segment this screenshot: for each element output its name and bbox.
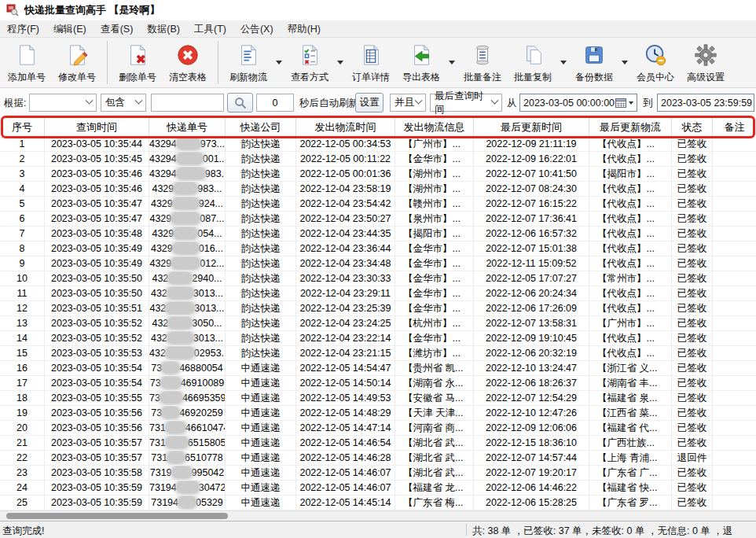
- cell-company: 韵达快递: [226, 331, 296, 346]
- dropdown-arrow-icon[interactable]: [446, 38, 457, 87]
- dropdown-arrow-icon[interactable]: [335, 38, 346, 87]
- table-row[interactable]: 122023-03-05 10:35:514323013...韵达快递2022-…: [0, 301, 756, 316]
- menu-item-7[interactable]: 帮助(H): [281, 20, 328, 38]
- toolbar-button-12[interactable]: 会员中心: [630, 38, 681, 87]
- menu-item-4[interactable]: 数据(B): [140, 20, 187, 38]
- to-date-input[interactable]: 2023-03-05 23:59:59: [657, 94, 754, 112]
- menu-item-3[interactable]: 查看(S): [94, 20, 141, 38]
- scrollbar-thumb[interactable]: [6, 513, 228, 519]
- table-row[interactable]: 102023-03-05 10:35:504322940...韵达快递2022-…: [0, 271, 756, 286]
- table-row[interactable]: 62023-03-05 10:35:474329087...韵达快递2022-1…: [0, 212, 756, 227]
- dropdown-arrow-icon[interactable]: [273, 38, 284, 87]
- cell-company: 中通速递: [226, 361, 296, 376]
- table-row[interactable]: 12023-03-05 10:35:4443294973...韵达快递2022-…: [0, 137, 756, 152]
- cell-update_time: 2022-12-07 08:24:30: [474, 182, 589, 197]
- filter-keyword-input[interactable]: [151, 94, 224, 112]
- censored-blur: [174, 182, 197, 194]
- toolbar-button-5[interactable]: 刷新物流: [223, 38, 273, 87]
- toolbar-button-1[interactable]: 添加单号: [2, 38, 52, 87]
- toolbar-button-9[interactable]: 批量备注: [457, 38, 508, 87]
- column-header-6[interactable]: 发出物流信息: [395, 118, 474, 137]
- edit-doc-icon: [65, 43, 89, 70]
- cell-query_time: 2023-03-05 10:35:58: [45, 466, 149, 481]
- toolbar-button-label: 清空表格: [169, 71, 207, 84]
- column-header-9[interactable]: 状态: [672, 118, 713, 137]
- table-row[interactable]: 242023-03-05 10:35:597319430472中通速递2022-…: [0, 481, 756, 496]
- table-row[interactable]: 162023-03-05 10:35:547346880054中通速递2022-…: [0, 361, 756, 376]
- menu-item-2[interactable]: 编辑(E): [46, 20, 94, 38]
- cell-update_time: 2022-12-11 15:09:52: [474, 256, 589, 271]
- cell-update_time: 2022-12-06 15:28:25: [474, 496, 589, 510]
- column-header-8[interactable]: 最后更新物流: [589, 118, 672, 137]
- toolbar-button-7[interactable]: 订单详情: [346, 38, 396, 87]
- horizontal-scrollbar[interactable]: [0, 510, 756, 521]
- column-header-1[interactable]: 序号: [0, 118, 45, 137]
- menu-item-5[interactable]: 工具(T): [187, 20, 233, 38]
- cell-status: 已签收: [672, 406, 713, 421]
- toolbar-button-13[interactable]: 高级设置: [681, 38, 731, 87]
- table-row[interactable]: 112023-03-05 10:35:504323013...韵达快递2022-…: [0, 286, 756, 301]
- cell-remark: [713, 271, 756, 286]
- toolbar-button-3[interactable]: 删除单号: [112, 38, 163, 87]
- filter-field-select[interactable]: [29, 94, 97, 112]
- table-row[interactable]: 82023-03-05 10:35:494329016...韵达快递2022-1…: [0, 241, 756, 256]
- table-row[interactable]: 42023-03-05 10:35:464329983...韵达快递2022-1…: [0, 182, 756, 197]
- cell-remark: [713, 481, 756, 496]
- table-row[interactable]: 72023-03-05 10:35:484329054...韵达快递2022-1…: [0, 227, 756, 241]
- batch-copy-icon: [521, 43, 545, 70]
- table-row[interactable]: 52023-03-05 10:35:474329924...韵达快递2022-1…: [0, 197, 756, 212]
- filter-match-select[interactable]: 包含: [101, 94, 146, 112]
- censored-blur: [167, 451, 185, 463]
- cell-remark: [713, 406, 756, 421]
- column-header-3[interactable]: 快递单号: [149, 118, 226, 137]
- cell-sent_info: 【金华市】...: [395, 152, 474, 167]
- calendar-icon[interactable]: [615, 98, 633, 108]
- dropdown-arrow-icon[interactable]: [619, 38, 630, 87]
- cell-remark: [713, 152, 756, 167]
- toolbar-button-4[interactable]: 清空表格: [163, 38, 213, 87]
- table-row[interactable]: 252023-03-05 10:35:597319405329中通速递2022-…: [0, 496, 756, 510]
- filter-bar: 根据: 包含 秒后自动刷新 设置 并且 最后查询时间 从 2023-03-05 …: [0, 88, 756, 118]
- toolbar-button-10[interactable]: 批量复制: [508, 38, 558, 87]
- menu-item-6[interactable]: 公告(X): [233, 20, 281, 38]
- cell-sent_time: 2022-12-05 00:34:53: [296, 137, 395, 152]
- from-date-input[interactable]: 2023-03-05 00:00:00: [519, 94, 637, 112]
- table-row[interactable]: 202023-03-05 10:35:5673146610474中通速递2022…: [0, 421, 756, 436]
- table-row[interactable]: 132023-03-05 10:35:524323050...韵达快递2022-…: [0, 316, 756, 331]
- table-row[interactable]: 212023-03-05 10:35:577316515805中通速递2022-…: [0, 436, 756, 451]
- column-header-7[interactable]: 最后更新时间: [474, 118, 589, 137]
- menu-item-1[interactable]: 程序(F): [0, 20, 46, 38]
- toolbar-button-label: 备份数据: [575, 71, 613, 84]
- table-header: 序号查询时间快递单号快递公司发出物流时间发出物流信息最后更新时间最后更新物流状态…: [0, 118, 756, 137]
- time-field-select[interactable]: 最后查询时间: [430, 94, 502, 112]
- dropdown-arrow-icon[interactable]: [558, 38, 569, 87]
- cell-query_time: 2023-03-05 10:35:49: [45, 241, 149, 256]
- cell-sent_time: 2022-12-05 14:50:14: [296, 376, 395, 391]
- settings-button[interactable]: 设置: [355, 93, 384, 112]
- column-header-5[interactable]: 发出物流时间: [296, 118, 395, 137]
- column-header-10[interactable]: 备注: [713, 118, 756, 137]
- toolbar-separator: [213, 38, 223, 87]
- logic-select[interactable]: 并且: [390, 94, 426, 112]
- toolbar-button-11[interactable]: 备份数据: [569, 38, 619, 87]
- toolbar-button-6[interactable]: 查看方式: [284, 38, 335, 87]
- column-header-2[interactable]: 查询时间: [45, 118, 149, 137]
- cell-remark: [713, 436, 756, 451]
- table-row[interactable]: 92023-03-05 10:35:494329012...韵达快递2022-1…: [0, 256, 756, 271]
- table-row[interactable]: 232023-03-05 10:35:587319995042中通速递2022-…: [0, 466, 756, 481]
- toolbar-button-8[interactable]: 导出表格: [396, 38, 446, 87]
- table-row[interactable]: 222023-03-05 10:35:577316510778中通速递2022-…: [0, 451, 756, 466]
- cell-status: 已签收: [672, 391, 713, 406]
- toolbar-button-2[interactable]: 修改单号: [52, 38, 102, 87]
- search-button[interactable]: [227, 93, 253, 112]
- table-row[interactable]: 32023-03-05 10:35:4643294983...韵达快递2022-…: [0, 167, 756, 182]
- table-row[interactable]: 182023-03-05 10:35:557346695359中通速递2022-…: [0, 391, 756, 406]
- table-row[interactable]: 192023-03-05 10:35:567346920259中通速递2022-…: [0, 406, 756, 421]
- auto-refresh-seconds-input[interactable]: [256, 94, 294, 112]
- table-row[interactable]: 172023-03-05 10:35:547346910089中通速递2022-…: [0, 376, 756, 391]
- column-header-4[interactable]: 快递公司: [226, 118, 296, 137]
- table-row[interactable]: 152023-03-05 10:35:5343202953...韵达快递2022…: [0, 346, 756, 361]
- table-row[interactable]: 22023-03-05 10:35:4543294001...韵达快递2022-…: [0, 152, 756, 167]
- table-row[interactable]: 142023-03-05 10:35:524323013...韵达快递2022-…: [0, 331, 756, 346]
- cell-sent_info: 【揭阳市】...: [395, 227, 474, 241]
